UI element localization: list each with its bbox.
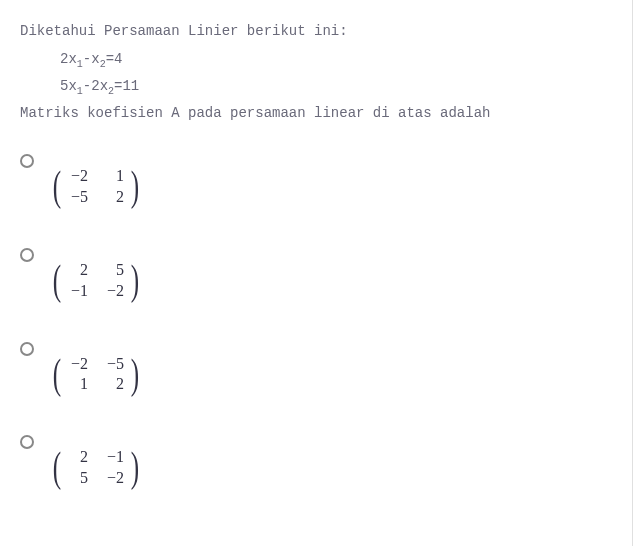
- radio-d[interactable]: [20, 435, 34, 449]
- radio-c[interactable]: [20, 342, 34, 356]
- paren-right-icon: ): [131, 358, 139, 392]
- equation-1: 2x1-x2=4: [60, 48, 612, 73]
- question-ask: Matriks koefisien A pada persamaan linea…: [20, 102, 612, 124]
- matrix-row: 2 5: [68, 260, 124, 281]
- matrix-d: ( 2 −1 5 −2 ): [50, 447, 142, 489]
- matrix-cell: 1: [104, 166, 124, 187]
- eq2-text3: =11: [114, 78, 139, 94]
- eq1-text: 2x: [60, 51, 77, 67]
- equation-block: 2x1-x2=4 5x1-2x2=11: [20, 48, 612, 100]
- eq2-text2: -2x: [83, 78, 108, 94]
- option-b[interactable]: ( 2 5 −1 −2 ): [20, 248, 612, 302]
- paren-left-icon: (: [53, 451, 61, 485]
- matrix-cell: 2: [68, 260, 88, 281]
- matrix-cell: −2: [68, 354, 88, 375]
- matrix-cell: −1: [104, 447, 124, 468]
- matrix-cell: 2: [104, 187, 124, 208]
- paren-left-icon: (: [53, 264, 61, 298]
- option-a[interactable]: ( −2 1 −5 2 ): [20, 154, 612, 208]
- matrix-row: 1 2: [68, 374, 124, 395]
- matrix-a: ( −2 1 −5 2 ): [50, 166, 142, 208]
- matrix-cell: −2: [68, 166, 88, 187]
- paren-right-icon: ): [131, 451, 139, 485]
- radio-a[interactable]: [20, 154, 34, 168]
- matrix-cell: −2: [104, 468, 124, 489]
- matrix-d-content: 2 −1 5 −2: [64, 447, 128, 489]
- matrix-cell: 5: [104, 260, 124, 281]
- paren-right-icon: ): [131, 264, 139, 298]
- radio-b[interactable]: [20, 248, 34, 262]
- eq1-text2: -x: [83, 51, 100, 67]
- matrix-cell: 5: [68, 468, 88, 489]
- matrix-cell: 2: [104, 374, 124, 395]
- matrix-a-content: −2 1 −5 2: [64, 166, 128, 208]
- matrix-c: ( −2 −5 1 2 ): [50, 354, 142, 396]
- matrix-b-content: 2 5 −1 −2: [64, 260, 128, 302]
- options-container: ( −2 1 −5 2 ) ( 2 5: [20, 154, 612, 488]
- matrix-row: −5 2: [68, 187, 124, 208]
- equation-2: 5x1-2x2=11: [60, 75, 612, 100]
- eq2-text: 5x: [60, 78, 77, 94]
- matrix-b: ( 2 5 −1 −2 ): [50, 260, 142, 302]
- paren-right-icon: ): [131, 170, 139, 204]
- matrix-row: 2 −1: [68, 447, 124, 468]
- matrix-cell: −5: [68, 187, 88, 208]
- matrix-row: −1 −2: [68, 281, 124, 302]
- eq1-text3: =4: [106, 51, 123, 67]
- paren-left-icon: (: [53, 170, 61, 204]
- matrix-cell: 2: [68, 447, 88, 468]
- paren-left-icon: (: [53, 358, 61, 392]
- option-c[interactable]: ( −2 −5 1 2 ): [20, 342, 612, 396]
- matrix-row: −2 −5: [68, 354, 124, 375]
- matrix-c-content: −2 −5 1 2: [64, 354, 128, 396]
- matrix-cell: −1: [68, 281, 88, 302]
- option-d[interactable]: ( 2 −1 5 −2 ): [20, 435, 612, 489]
- matrix-row: 5 −2: [68, 468, 124, 489]
- matrix-cell: 1: [68, 374, 88, 395]
- matrix-cell: −2: [104, 281, 124, 302]
- question-intro: Diketahui Persamaan Linier berikut ini:: [20, 20, 612, 42]
- matrix-row: −2 1: [68, 166, 124, 187]
- matrix-cell: −5: [104, 354, 124, 375]
